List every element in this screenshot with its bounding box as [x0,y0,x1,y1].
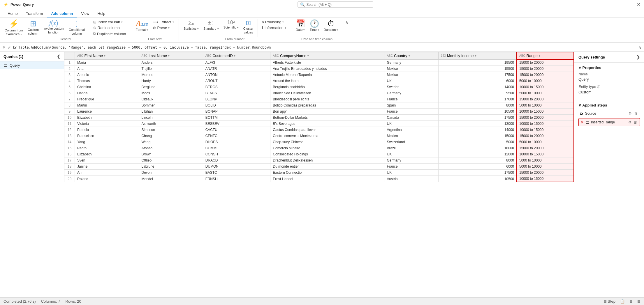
list-view-button[interactable]: ⊟ [637,299,641,304]
right-panel-expand-icon[interactable]: ❯ [636,55,640,59]
col-header-companyname[interactable]: ABCCompanyName ▾ [270,52,384,59]
step-source[interactable]: fx Source ⚙ 🗑 [578,110,640,117]
table-cell: 17500 [439,72,517,78]
duration-button[interactable]: ⏱ Duration ▾ [322,19,340,32]
table-cell: 15000 [439,133,517,139]
table-cell: 10000 to 15000 [517,127,574,133]
table-row: 1MariaAndersALFKIAlfreds FutterkisteGerm… [64,59,574,66]
table-cell: Ernst Handel [270,176,384,182]
table-cell: Bon app' [270,109,384,115]
ribbon-group-general: ⚡ Column fromexamples ▾ ⊞ Customcolumn 𝑓… [0,19,131,41]
rank-column-button[interactable]: ⊕ Rank column [92,25,128,31]
grid-view-button[interactable]: ⊞ [629,299,633,304]
table-cell: Cactus Comidas para llevar [270,127,384,133]
step-button[interactable]: ⊞ Step [603,299,615,304]
duplicate-column-button[interactable]: ⧉ Duplicate column [92,31,128,37]
table-cell: Citeaux [139,96,203,102]
parse-button[interactable]: ⊛ Parse ▾ [151,25,175,31]
table-cell: Brazil [384,145,439,151]
tab-view[interactable]: View [77,10,94,17]
confirm-icon[interactable]: ✓ [8,45,11,50]
profile-columns-button[interactable]: 📋 [620,299,625,304]
table-cell: Eastern Connection [270,170,384,176]
cancel-icon[interactable]: ✕ [2,45,6,50]
step-range-delete-btn[interactable]: 🗑 [633,120,638,125]
search-input[interactable] [307,3,371,7]
col-header-customerid[interactable]: ABCCustomerID ▾ [203,52,270,59]
col-header-firstname[interactable]: ABCFirst Name ▾ [75,52,139,59]
table-cell: COMMI [203,145,270,151]
table-cell: Thomas [75,78,139,84]
information-button[interactable]: ℹ Information ▾ [260,25,288,31]
table-cell: Canada [384,115,439,121]
custom-column-button[interactable]: ⊞ Customcolumn [26,19,41,36]
date-button[interactable]: 📅 Date ▾ [294,19,307,32]
table-cell: 2 [64,66,75,72]
col-header-monthlyincome[interactable]: 123Monthly Income ▾ [439,52,517,59]
table-row: 5ChristinaBerglundBERGSBerglunds snabbkö… [64,84,574,90]
table-cell: B's Beverages [270,121,384,127]
table-row: 20RolandMendelERNSHErnst HandelAustria10… [64,176,574,182]
cluster-values-button[interactable]: ⊞ Clustervalues [242,19,255,35]
formula-input[interactable] [18,45,637,49]
table-cell: France [384,96,439,102]
standard-button[interactable]: ±÷ Standard ▾ [202,19,221,31]
formula-expand-icon[interactable]: ∨ [639,45,642,50]
table-cell: France [384,109,439,115]
col-header-country[interactable]: ABCCountry ▾ [384,52,439,59]
step-source-delete-btn[interactable]: 🗑 [634,111,638,116]
statistics-button[interactable]: Σσ Statistics ▾ [182,19,200,31]
table-cell: Switzerland [384,139,439,145]
ribbon-collapse[interactable]: ∧ [343,19,351,41]
table-wrapper[interactable]: ABCFirst Name ▾ ABCLast Name ▾ ABCCustom… [64,52,574,297]
sidebar-collapse-icon[interactable]: ❮ [57,54,60,59]
fx-label: fx [13,45,16,50]
rounding-button[interactable]: ≈ Rounding ▾ [260,19,288,25]
table-cell: Mendel [139,176,203,182]
table-row: 12PatricioSimpsonCACTUCactus Comidas par… [64,127,574,133]
table-cell: Sommer [139,102,203,109]
format-button[interactable]: A123 Format ▾ [134,19,150,32]
step-source-actions: ⚙ 🗑 [628,111,638,116]
ribbon-group-date-time-content: 📅 Date ▾ 🕐 Time ▾ ⏱ Duration ▾ [294,19,340,37]
table-cell: 5000 to 10000 [517,157,574,164]
table-cell: Moos [139,90,203,96]
table-row: 18JanineLabruneDUMONDu monde entierFranc… [64,164,574,170]
table-row: 2AnaTrujilloANATRAna Trujillo Emaredados… [64,66,574,72]
close-icon[interactable]: ✕ [637,2,641,7]
query-settings-title: Query settings [578,55,605,59]
table-cell: ALFKI [203,59,270,66]
table-cell: 13000 [439,121,517,127]
tab-add-column[interactable]: Add column [47,10,77,17]
conditional-column-button[interactable]: ⫿ Conditionalcolumn [67,19,87,36]
step-inserted-range[interactable]: ✕ 🗃 Inserted Range ⚙ 🗑 [578,118,640,126]
col-header-lastname[interactable]: ABCLast Name ▾ [139,52,203,59]
scientific-button[interactable]: 10² Scientific ▾ [222,19,240,30]
name-field: Name Query [578,72,640,81]
extract-button[interactable]: ⟿ Extract ▾ [151,19,175,25]
tab-home[interactable]: Home [3,10,22,17]
column-from-examples-button[interactable]: ⚡ Column fromexamples ▾ [3,19,25,37]
table-cell: Ana Trujillo Emaredados y helados [270,66,384,72]
format-icon: A123 [136,20,148,27]
table-row: 14YangWangDHOPSChop-suey ChineseSwitzerl… [64,139,574,145]
table-cell: DHOPS [203,139,270,145]
tab-transform[interactable]: Transform [22,10,47,17]
step-range-settings-btn[interactable]: ⚙ [628,120,632,125]
table-cell: Christina [75,84,139,90]
ribbon-small-group-3: ≈ Rounding ▾ ℹ Information ▾ [260,19,288,31]
time-button[interactable]: 🕐 Time ▾ [308,19,321,32]
sidebar-item-query[interactable]: 🗃 Query [0,61,64,69]
invoke-custom-function-button[interactable]: 𝑓(𝑥) Invoke customfunction [42,19,66,35]
table-cell: Mexico [384,66,439,72]
step-source-settings-btn[interactable]: ⚙ [628,111,632,116]
table-cell: 8000 [439,102,517,109]
col-header-range[interactable]: ABCRange ▾ [517,52,574,59]
table-cell: Comércio Mineiro [270,145,384,151]
table-cell: Martin [75,102,139,109]
table-cell: 15000 to 20000 [517,96,574,102]
table-cell: 10000 to 15000 [517,121,574,127]
tab-help[interactable]: Help [94,10,110,17]
search-box[interactable]: 🔍 [298,1,373,8]
index-column-button[interactable]: ⊞ Index column ▾ [92,19,128,25]
